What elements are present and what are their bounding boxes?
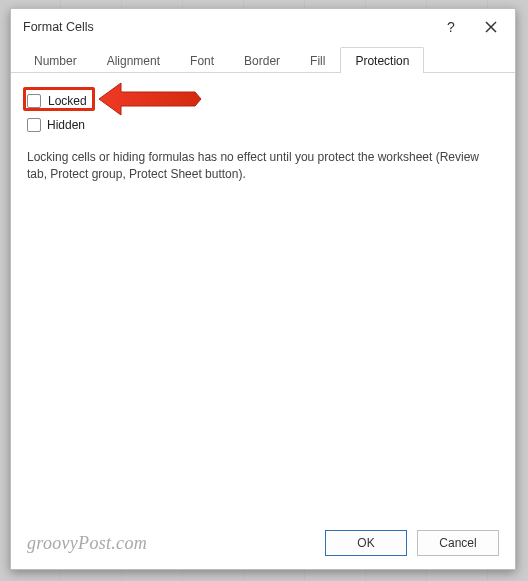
watermark: groovyPost.com xyxy=(27,533,315,554)
tab-number[interactable]: Number xyxy=(19,47,92,73)
hidden-row: Hidden xyxy=(27,115,499,135)
tab-content-protection: Locked Hidden Locking cells or hiding fo… xyxy=(11,73,515,517)
locked-row: Locked xyxy=(27,91,499,111)
close-icon xyxy=(485,21,497,33)
hidden-label[interactable]: Hidden xyxy=(47,118,85,132)
tab-font[interactable]: Font xyxy=(175,47,229,73)
close-button[interactable] xyxy=(471,11,511,43)
hidden-checkbox[interactable] xyxy=(27,118,41,132)
locked-label[interactable]: Locked xyxy=(47,94,88,109)
help-icon: ? xyxy=(447,19,455,35)
format-cells-dialog: Format Cells ? Number Alignment Font Bor… xyxy=(10,8,516,570)
help-button[interactable]: ? xyxy=(431,11,471,43)
protection-note: Locking cells or hiding formulas has no … xyxy=(27,149,497,184)
ok-button[interactable]: OK xyxy=(325,530,407,556)
tab-border[interactable]: Border xyxy=(229,47,295,73)
dialog-footer: groovyPost.com OK Cancel xyxy=(11,517,515,569)
titlebar: Format Cells ? xyxy=(11,9,515,45)
tab-fill[interactable]: Fill xyxy=(295,47,340,73)
locked-checkbox[interactable] xyxy=(27,94,41,108)
tab-protection[interactable]: Protection xyxy=(340,47,424,73)
tab-alignment[interactable]: Alignment xyxy=(92,47,175,73)
cancel-button[interactable]: Cancel xyxy=(417,530,499,556)
tab-strip: Number Alignment Font Border Fill Protec… xyxy=(11,45,515,73)
dialog-title: Format Cells xyxy=(23,20,431,34)
